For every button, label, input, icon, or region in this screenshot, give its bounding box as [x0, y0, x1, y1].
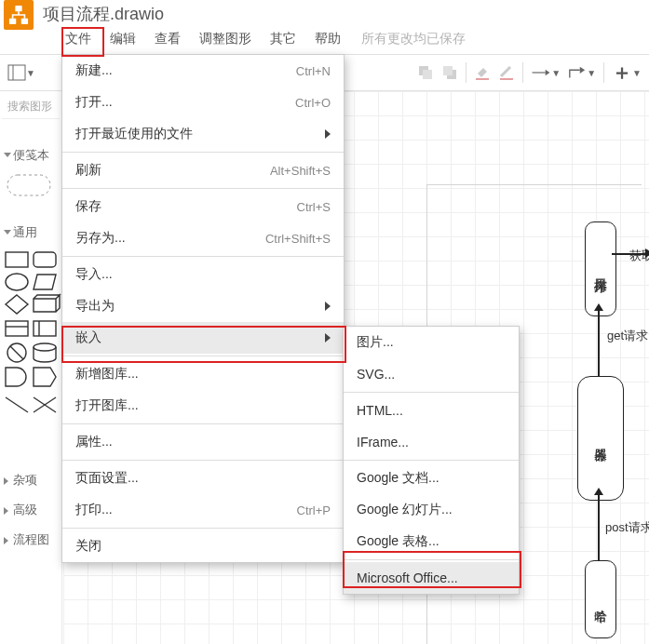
- file-menu-item-21[interactable]: 关闭: [62, 530, 344, 562]
- section-scratchpad[interactable]: 便笺本: [0, 138, 61, 168]
- menu-extras[interactable]: 其它: [261, 25, 305, 53]
- fill-color-icon[interactable]: [474, 64, 491, 81]
- section-misc[interactable]: 杂项: [0, 463, 61, 492]
- file-menu-item-label-6: 保存: [75, 198, 101, 215]
- file-menu-item-shortcut-4: Alt+Shift+S: [270, 164, 331, 178]
- file-menu-item-shortcut-0: Ctrl+N: [296, 64, 331, 78]
- svg-rect-13: [6, 252, 28, 267]
- file-menu-item-6[interactable]: 保存Ctrl+S: [62, 191, 344, 222]
- embed-menu-item-label-7: Google 幻灯片...: [357, 502, 453, 518]
- section-general[interactable]: 通用: [0, 215, 61, 245]
- embed-menu-item-label-0: 图片...: [357, 334, 394, 351]
- file-menu-item-label-13: 新增图库...: [75, 366, 139, 382]
- file-menu-item-14[interactable]: 打开图库...: [62, 390, 344, 422]
- embed-submenu: 图片...SVG...HTML...IFrame...Google 文档...G…: [343, 326, 520, 595]
- file-menu-item-13[interactable]: 新增图库...: [62, 358, 344, 390]
- file-menu-item-shortcut-6: Ctrl+S: [297, 200, 331, 214]
- section-flowchart[interactable]: 流程图: [0, 522, 61, 552]
- embed-menu-item-label-1: SVG...: [357, 367, 395, 382]
- embed-menu-item-label-6: Google 文档...: [357, 470, 439, 487]
- svg-line-21: [10, 346, 23, 359]
- file-menu-item-19[interactable]: 打印...Ctrl+P: [62, 494, 344, 526]
- embed-menu-item-0[interactable]: 图片...: [344, 327, 519, 358]
- file-menu-item-label-16: 属性...: [75, 434, 113, 450]
- menu-view[interactable]: 查看: [145, 25, 190, 53]
- file-menu-item-10[interactable]: 导出为: [62, 290, 344, 322]
- file-menu-item-0[interactable]: 新建...Ctrl+N: [62, 55, 344, 87]
- document-title: 项目流程.drawio: [43, 3, 164, 25]
- save-status: 所有更改均已保存: [361, 31, 466, 47]
- node-hash[interactable]: 哈希: [585, 560, 616, 638]
- svg-rect-1: [9, 19, 16, 24]
- menu-arrange[interactable]: 调整图形: [190, 25, 261, 53]
- file-menu-item-label-2: 打开最近使用的文件: [75, 126, 193, 142]
- file-menu-item-label-11: 嵌入: [75, 329, 101, 346]
- embed-menu-item-8[interactable]: Google 表格...: [344, 526, 519, 557]
- embed-menu-item-7[interactable]: Google 幻灯片...: [344, 494, 519, 526]
- file-menu-item-label-10: 导出为: [75, 298, 115, 315]
- file-menu-item-label-9: 导入...: [75, 266, 113, 283]
- node-server[interactable]: 服务器: [577, 376, 624, 501]
- svg-rect-14: [34, 252, 56, 267]
- file-menu-item-label-21: 关闭: [75, 538, 101, 555]
- scratchpad-shape[interactable]: [6, 173, 52, 197]
- svg-rect-12: [7, 175, 50, 195]
- svg-point-22: [34, 343, 56, 351]
- file-menu-item-label-0: 新建...: [75, 62, 113, 79]
- file-menu-item-11[interactable]: 嵌入: [62, 322, 344, 354]
- label-post: post请求: [605, 519, 649, 536]
- menubar: 文件 编辑 查看 调整图形 其它 帮助 所有更改均已保存: [0, 24, 649, 55]
- sidebar: 搜索图形 便笺本 通用 杂项 高级 流程图: [0, 91, 62, 644]
- insert-icon[interactable]: ＋▼: [612, 59, 642, 87]
- view-mode-button[interactable]: ▼: [7, 64, 35, 81]
- arrowhead-acquire: [645, 248, 649, 258]
- svg-rect-8: [443, 66, 453, 75]
- line-color-icon[interactable]: [498, 64, 515, 81]
- menu-file[interactable]: 文件: [56, 25, 101, 53]
- chevron-right-icon: [325, 302, 331, 311]
- svg-rect-10: [500, 78, 513, 80]
- embed-menu-item-label-4: IFrame...: [357, 435, 409, 449]
- search-input[interactable]: 搜索图形: [2, 95, 60, 119]
- file-menu-item-16[interactable]: 属性...: [62, 426, 344, 458]
- connection-arrows-button[interactable]: ▼: [531, 66, 561, 79]
- svg-rect-0: [15, 6, 21, 11]
- svg-rect-9: [476, 78, 489, 80]
- to-back-icon[interactable]: [441, 64, 458, 81]
- file-menu-item-label-1: 打开...: [75, 94, 113, 111]
- section-advanced[interactable]: 高级: [0, 492, 61, 522]
- shape-palette[interactable]: [0, 245, 61, 463]
- file-menu-item-18[interactable]: 页面设置...: [62, 463, 344, 494]
- embed-menu-item-3[interactable]: HTML...: [344, 395, 519, 426]
- edge-post: [598, 490, 600, 560]
- file-menu-item-7[interactable]: 另存为...Ctrl+Shift+S: [62, 222, 344, 254]
- svg-rect-16: [6, 321, 28, 336]
- file-menu-item-1[interactable]: 打开...Ctrl+O: [62, 87, 344, 118]
- file-menu-item-4[interactable]: 刷新Alt+Shift+S: [62, 154, 344, 186]
- edge-tree-right: [612, 253, 649, 255]
- app-logo: [4, 0, 34, 30]
- node-tree[interactable]: 二叉排序树: [585, 221, 616, 316]
- to-front-icon[interactable]: [417, 64, 434, 81]
- embed-menu-item-4[interactable]: IFrame...: [344, 426, 519, 458]
- arrowhead-post: [594, 488, 603, 495]
- chevron-right-icon: [325, 333, 331, 342]
- embed-menu-item-1[interactable]: SVG...: [344, 358, 519, 390]
- file-menu-item-9[interactable]: 导入...: [62, 259, 344, 290]
- embed-menu-item-6[interactable]: Google 文档...: [344, 463, 519, 494]
- label-get: get请求: [607, 328, 648, 344]
- chevron-right-icon: [325, 129, 331, 139]
- menu-edit[interactable]: 编辑: [101, 25, 145, 53]
- file-menu-item-label-14: 打开图库...: [75, 397, 139, 414]
- file-menu-item-shortcut-7: Ctrl+Shift+S: [265, 232, 331, 246]
- file-dropdown: 新建...Ctrl+N打开...Ctrl+O打开最近使用的文件刷新Alt+Shi…: [61, 54, 345, 563]
- embed-menu-item-label-8: Google 表格...: [357, 533, 439, 550]
- embed-menu-item-label-3: HTML...: [357, 403, 403, 418]
- arrowhead-get: [594, 303, 603, 311]
- menu-help[interactable]: 帮助: [305, 25, 350, 53]
- svg-rect-6: [423, 70, 432, 79]
- waypoints-button[interactable]: ▼: [568, 65, 596, 80]
- embed-menu-item-10[interactable]: Microsoft Office...: [344, 562, 519, 594]
- file-menu-item-2[interactable]: 打开最近使用的文件: [62, 118, 344, 150]
- edge-get: [598, 305, 600, 376]
